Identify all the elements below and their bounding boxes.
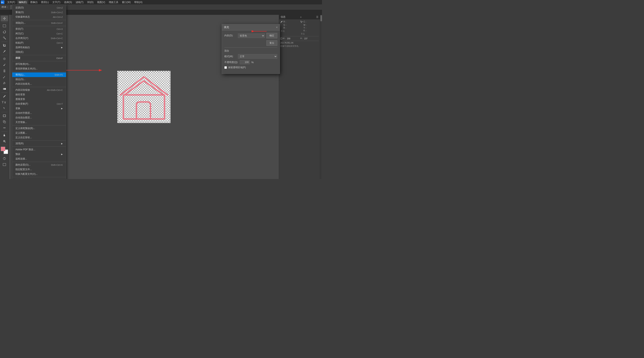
tool-gradient[interactable] [1, 86, 8, 92]
menu-text[interactable]: 文字(T) [51, 0, 62, 4]
menu-item-puppet-warp[interactable]: 操控变形 [12, 92, 66, 97]
menu-item-paste-special[interactable]: 选择性粘贴(I) ▶ [12, 45, 66, 50]
tool-screen-mode[interactable] [1, 162, 8, 167]
sep-1 [12, 20, 66, 20]
menu-item-spellcheck[interactable]: 拼写检查(H)... [12, 62, 66, 66]
tool-path-select[interactable] [1, 106, 8, 111]
menu-item-redo[interactable]: 重做(O) Shift+Ctrl+Z [12, 10, 66, 15]
menu-item-color-settings[interactable]: 颜色设置(G)... Shift+Ctrl+K [12, 162, 66, 167]
tool-magic-wand[interactable] [1, 35, 8, 41]
menu-select[interactable]: 选择(S) [62, 0, 74, 4]
info-panel-header: 信息 » ☰ [279, 15, 320, 19]
scrollbar-thumb[interactable] [320, 15, 322, 21]
k-label: K： [300, 29, 319, 32]
menu-item-findreplace[interactable]: 查找和替换文本(X)... [12, 66, 66, 71]
info-panel-expand[interactable]: » [300, 16, 302, 18]
tool-eyedropper[interactable] [1, 48, 8, 54]
menu-item-content-aware-fill[interactable]: 内容识别填充... [12, 82, 66, 86]
menu-item-free-transform[interactable]: 自由变换(F) Ctrl+T [12, 102, 66, 106]
menu-item-assign-profile[interactable]: 指定配置文件... [12, 167, 66, 172]
menu-view[interactable]: 视图(V) [96, 0, 107, 4]
menu-plugins[interactable]: 增效工具 [107, 0, 120, 4]
sep-10 [12, 162, 66, 162]
fill-reset-button[interactable]: 复位 [266, 40, 277, 46]
menu-item-convert-profile[interactable]: 转换为配置文件(V)... [12, 172, 66, 176]
fill-dialog: 填充 × 内容(D): 前景色 确定 复位 混合 [222, 24, 280, 74]
menu-window[interactable]: 窗口(W) [120, 0, 132, 4]
tool-hand[interactable] [1, 132, 8, 138]
menu-item-purge[interactable]: 清理(R) ▶ [12, 141, 66, 146]
menu-item-undo[interactable]: 还原(O) Ctrl+Z [12, 6, 66, 10]
menu-item-fill[interactable]: 填充(L)... Shift+F5 [12, 72, 66, 77]
menu-item-paste[interactable]: 粘贴(P) Ctrl+V [12, 40, 66, 45]
menu-3d[interactable]: 3D(D) [86, 0, 95, 4]
fill-opacity-label: 不透明度(Q): [224, 60, 238, 64]
menu-edit[interactable]: 编辑(E) [17, 0, 28, 4]
menu-help[interactable]: 帮助(H) [132, 0, 144, 4]
right-panels: 信息 » ☰ R： G： B： 8 位 C： [279, 15, 320, 179]
color-boxes[interactable] [1, 147, 8, 154]
foreground-color[interactable] [1, 147, 5, 151]
fill-mode-select[interactable]: 正常 [238, 54, 277, 58]
canvas-image [117, 71, 170, 123]
tool-move[interactable] [1, 16, 8, 21]
menu-item-copy[interactable]: 拷贝(C) Ctrl+C [12, 31, 66, 36]
menu-item-keyboard-shortcuts[interactable]: 键盘快捷键... Alt+Shift+Ctrl+K [12, 178, 66, 179]
fill-dialog-close-button[interactable]: × [276, 26, 278, 29]
menu-item-perspective-warp[interactable]: 透视变形 [12, 97, 66, 102]
tool-zoom[interactable] [1, 138, 8, 144]
tool-text[interactable]: T T [1, 100, 8, 105]
info-panel-menu[interactable]: ☰ [316, 16, 318, 18]
c-label: C： [304, 20, 307, 23]
tool-clone-stamp[interactable] [1, 68, 8, 74]
h-label: H： [300, 37, 304, 40]
menu-item-presets[interactable]: 预设 ▶ [12, 152, 66, 156]
menu-image[interactable]: 图像(I) [29, 0, 39, 4]
menu-item-cut[interactable]: 剪切(T) Ctrl+X [12, 27, 66, 31]
fill-preserve-checkbox[interactable] [224, 66, 227, 69]
menu-file[interactable]: 文件(F) [6, 0, 17, 4]
menu-item-adobe-pdf[interactable]: Adobe PDF 预设... [12, 147, 66, 152]
fill-dialog-titlebar: 填充 × [222, 24, 280, 30]
menu-item-search[interactable]: 搜索 Ctrl+F [12, 56, 66, 60]
fill-content-row: 内容(D): 前景色 确定 [224, 33, 277, 38]
menu-item-auto-align[interactable]: 自动对齐图层... [12, 111, 66, 116]
h-value: 237 [304, 38, 308, 40]
tool-history-brush[interactable] [1, 74, 8, 80]
menu-item-merge-copy[interactable]: 合并拷贝(Y) Shift+Ctrl+C [12, 36, 66, 40]
menu-item-define-pattern[interactable]: 定义图案... [12, 131, 66, 135]
menu-item-define-shape[interactable]: 定义自定形状... [12, 135, 66, 140]
fill-opacity-input[interactable] [240, 60, 250, 64]
fill-preserve-label: 保留透明区域(P) [228, 66, 246, 69]
tool-pen[interactable] [1, 94, 8, 99]
menu-layer[interactable]: 图层(L) [40, 0, 50, 4]
info-note: 图像可选取新背景色。 [280, 45, 319, 48]
menu-item-content-aware-scale[interactable]: 内容识别缩放 Alt+Shift+Ctrl+C [12, 88, 66, 92]
tool-select-rect[interactable] [1, 23, 8, 29]
menu-item-fade[interactable]: 渐隐(D)... Shift+Ctrl+F [12, 21, 66, 25]
menu-item-sky-replace[interactable]: 天空替换... [12, 120, 66, 124]
tool-brush[interactable] [1, 62, 8, 68]
tool-3d[interactable] [1, 119, 8, 124]
menu-item-clear[interactable]: 清除(E) [12, 50, 66, 54]
svg-point-3 [3, 37, 4, 38]
size-icon [280, 38, 282, 40]
tool-crop[interactable] [1, 42, 8, 48]
tool-quick-mask[interactable] [1, 156, 8, 161]
menu-item-remote-connect[interactable]: 远程连接... [12, 156, 66, 161]
bit-label-1: 8 位 [280, 30, 299, 32]
tool-lasso[interactable] [1, 29, 8, 35]
tool-eraser[interactable] [1, 80, 8, 86]
tool-rect-shape[interactable] [1, 113, 8, 118]
menu-item-auto-blend[interactable]: 自动混合图层... [12, 116, 66, 120]
tool-heal[interactable] [1, 56, 8, 62]
right-scrollbar[interactable] [320, 15, 322, 179]
menu-item-toggle-state[interactable]: 切换最终状态 Alt+Ctrl+Z [12, 15, 66, 19]
fill-ok-button[interactable]: 确定 [266, 33, 277, 38]
menu-item-define-brush[interactable]: 定义画笔预设(B)... [12, 126, 66, 131]
menu-item-stroke[interactable]: 描边(S)... [12, 77, 66, 82]
tool-ruler[interactable] [1, 125, 8, 131]
menu-item-transform[interactable]: 变换 ▶ [12, 106, 66, 111]
menu-filter[interactable]: 滤镜(T) [74, 0, 85, 4]
fill-content-select[interactable]: 前景色 [238, 34, 265, 38]
